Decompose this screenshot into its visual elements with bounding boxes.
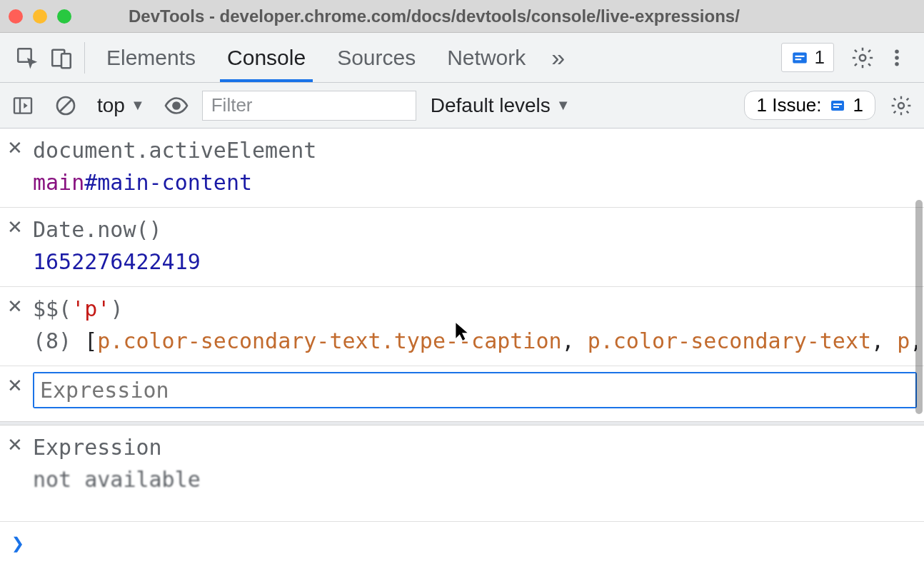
- svg-point-15: [173, 102, 179, 109]
- remove-expression-button[interactable]: ✕: [7, 293, 23, 316]
- window-titlebar: DevTools - developer.chrome.com/docs/dev…: [0, 0, 924, 33]
- svg-line-14: [60, 100, 71, 111]
- issue-pill-count: 1: [853, 94, 863, 116]
- window-title: DevTools - developer.chrome.com/docs/dev…: [129, 6, 740, 26]
- svg-rect-10: [14, 98, 31, 113]
- svg-point-7: [895, 49, 899, 54]
- chevron-down-icon: ▼: [556, 97, 571, 114]
- maximize-window-button[interactable]: [57, 9, 71, 24]
- traffic-lights: [9, 9, 71, 24]
- issue-icon: [829, 97, 846, 114]
- minimize-window-button[interactable]: [33, 9, 47, 24]
- svg-rect-17: [833, 104, 842, 105]
- more-options-button[interactable]: [880, 41, 914, 75]
- live-expression-button[interactable]: [159, 89, 194, 123]
- expression-input-wrapper: [33, 372, 917, 408]
- toolbar-divider: [84, 42, 85, 74]
- settings-button[interactable]: [845, 41, 880, 75]
- console-settings-button[interactable]: [884, 89, 918, 123]
- remove-expression-button[interactable]: ✕: [7, 372, 23, 395]
- tab-elements[interactable]: Elements: [91, 33, 211, 82]
- prompt-chevron-icon: ❯: [11, 530, 24, 555]
- expression-text[interactable]: $$('p'): [33, 293, 917, 325]
- issues-pill[interactable]: 1 Issue: 1: [744, 91, 875, 120]
- eye-icon: [164, 93, 189, 119]
- expression-result[interactable]: 1652276422419: [33, 246, 917, 278]
- device-icon: [49, 46, 74, 70]
- inspect-element-button[interactable]: [10, 41, 44, 75]
- scrollbar-thumb[interactable]: [915, 200, 923, 414]
- remove-expression-button[interactable]: ✕: [7, 213, 23, 236]
- svg-marker-12: [24, 103, 27, 109]
- live-expression-row: ✕: [0, 366, 924, 421]
- gear-icon: [850, 46, 875, 70]
- svg-rect-2: [61, 54, 71, 68]
- issue-icon: [790, 49, 809, 67]
- device-toolbar-button[interactable]: [44, 41, 79, 75]
- panel-tabs: Elements Console Sources Network »: [91, 33, 575, 82]
- svg-point-8: [895, 56, 899, 60]
- clear-console-button[interactable]: [49, 89, 83, 123]
- levels-label: Default levels: [431, 94, 551, 117]
- console-toolbar: top ▼ Default levels ▼ 1 Issue: 1: [0, 83, 924, 129]
- expression-result: not available: [33, 463, 917, 495]
- svg-point-19: [898, 103, 904, 109]
- svg-rect-5: [795, 59, 801, 60]
- svg-rect-16: [831, 101, 844, 111]
- clear-icon: [54, 94, 77, 117]
- svg-point-9: [895, 62, 899, 66]
- main-toolbar: Elements Console Sources Network » 1: [0, 33, 924, 83]
- live-expression-row: ✕ document.activeElement main#main-conte…: [0, 129, 924, 208]
- console-prompt-row[interactable]: ❯: [0, 521, 924, 564]
- console-content[interactable]: ✕ document.activeElement main#main-conte…: [0, 129, 924, 521]
- svg-point-6: [860, 54, 866, 61]
- expression-text[interactable]: Expression: [33, 431, 917, 463]
- live-expression-row: ✕ $$('p') (8) [p.color-secondary-text.ty…: [0, 287, 924, 366]
- more-tabs-button[interactable]: »: [541, 44, 575, 71]
- tab-network[interactable]: Network: [431, 33, 541, 82]
- expression-input[interactable]: [34, 373, 915, 407]
- log-levels-selector[interactable]: Default levels ▼: [425, 91, 576, 120]
- close-window-button[interactable]: [9, 9, 23, 24]
- remove-expression-button[interactable]: ✕: [7, 431, 23, 454]
- issue-pill-label: 1 Issue:: [756, 94, 821, 116]
- tab-sources[interactable]: Sources: [321, 33, 431, 82]
- tab-console[interactable]: Console: [211, 33, 321, 82]
- live-expression-row: ✕ Expression not available: [0, 425, 924, 504]
- issues-count: 1: [815, 46, 825, 69]
- kebab-icon: [886, 47, 908, 69]
- expression-result[interactable]: (8) [p.color-secondary-text.type--captio…: [33, 325, 917, 357]
- console-sidebar-toggle[interactable]: [6, 89, 40, 123]
- context-label: top: [97, 94, 125, 117]
- filter-input[interactable]: [202, 91, 416, 121]
- expression-text[interactable]: document.activeElement: [33, 134, 917, 166]
- issues-badge[interactable]: 1: [781, 43, 834, 72]
- chevron-down-icon: ▼: [131, 97, 145, 114]
- svg-rect-18: [833, 106, 839, 108]
- gear-icon: [890, 94, 913, 117]
- expression-result[interactable]: main#main-content: [33, 166, 917, 198]
- context-selector[interactable]: top ▼: [91, 91, 151, 120]
- select-element-icon: [15, 46, 39, 70]
- live-expression-row: ✕ Date.now() 1652276422419: [0, 208, 924, 287]
- sidebar-icon: [11, 94, 34, 117]
- svg-rect-3: [793, 52, 807, 63]
- expression-text[interactable]: Date.now(): [33, 213, 917, 246]
- remove-expression-button[interactable]: ✕: [7, 134, 23, 157]
- svg-rect-4: [795, 55, 804, 56]
